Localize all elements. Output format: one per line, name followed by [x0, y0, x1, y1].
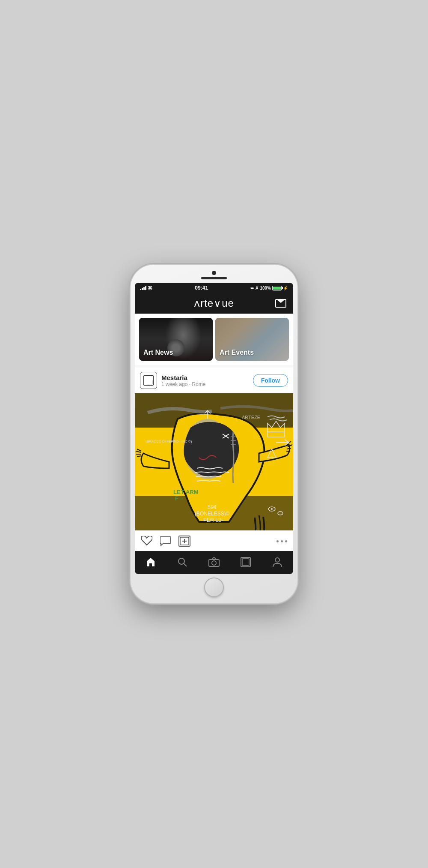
svg-text:F→: F→	[175, 495, 184, 502]
phone-bottom	[204, 574, 224, 597]
svg-text:LE: LE	[173, 489, 181, 495]
follow-button[interactable]: Follow	[253, 374, 288, 387]
svg-text:ARTEZE: ARTEZE	[242, 415, 260, 420]
nav-gallery[interactable]	[235, 554, 256, 570]
bottom-nav	[135, 551, 293, 574]
bar4	[145, 286, 146, 290]
art-events-card[interactable]: Art Events	[215, 318, 289, 361]
signal-bars	[140, 286, 146, 290]
app-title-text: ʌrte∨ue	[194, 297, 234, 309]
bar3	[143, 287, 145, 290]
phone-frame: ⌘ 09:41 ➥ ✗ 100% ⚡ ʌrte∨ue	[131, 265, 297, 603]
art-news-label: Art News	[143, 349, 173, 356]
nav-camera[interactable]	[203, 554, 225, 570]
nav-home[interactable]	[140, 554, 161, 570]
add-frame-icon	[178, 536, 190, 547]
status-right: ➥ ✗ 100% ⚡	[250, 286, 288, 290]
avatar-icon	[143, 375, 154, 386]
location-icon: ➥	[250, 286, 254, 290]
status-left: ⌘	[140, 285, 152, 291]
home-button[interactable]	[204, 578, 224, 597]
post-meta: 1 week ago · Rome	[161, 381, 249, 387]
dot1	[276, 540, 279, 542]
svg-point-26	[275, 558, 279, 562]
heart-icon	[141, 536, 152, 546]
mail-icon[interactable]	[275, 299, 286, 308]
charging-icon: ⚡	[283, 286, 288, 290]
status-bar: ⌘ 09:41 ➥ ✗ 100% ⚡	[135, 283, 293, 293]
nav-search[interactable]	[172, 554, 193, 570]
post-username: Mestaria	[161, 374, 249, 381]
svg-text:(BRACCO DI FERRO · INC ©): (BRACCO DI FERRO · INC ©)	[146, 440, 192, 443]
battery-fill	[273, 287, 281, 290]
art-news-card[interactable]: Art News	[139, 318, 213, 361]
like-button[interactable]	[141, 535, 153, 547]
dot3	[285, 540, 287, 542]
svg-text:PER LB-: PER LB-	[203, 517, 223, 523]
gallery-icon	[241, 557, 251, 567]
content-area[interactable]: Art News Art Events Mestaria 1 week ago	[135, 314, 293, 551]
avatar	[140, 372, 157, 389]
comment-icon	[160, 536, 171, 546]
battery-icon	[272, 286, 282, 290]
bar1	[140, 289, 141, 290]
comment-button[interactable]	[160, 535, 172, 547]
search-icon	[177, 557, 187, 567]
artwork-container: LE T ARM F→ 59¢ (BONELESS)© PER LB-	[135, 393, 293, 530]
phone-camera	[212, 271, 216, 275]
artwork-svg: LE T ARM F→ 59¢ (BONELESS)© PER LB-	[135, 393, 293, 530]
svg-text:T ARM: T ARM	[181, 489, 199, 495]
nav-profile[interactable]	[267, 554, 288, 570]
svg-point-23	[212, 561, 216, 565]
art-events-label: Art Events	[220, 349, 254, 356]
home-icon	[146, 557, 156, 567]
add-frame-button[interactable]	[178, 535, 190, 547]
phone-speaker	[201, 277, 227, 279]
post-info: Mestaria 1 week ago · Rome	[161, 374, 249, 387]
svg-line-21	[184, 563, 187, 566]
post-section: Mestaria 1 week ago · Rome Follow	[135, 368, 293, 551]
post-actions	[135, 530, 293, 551]
more-options-button[interactable]	[276, 540, 287, 542]
dot2	[281, 540, 283, 542]
category-cards: Art News Art Events	[135, 314, 293, 365]
status-time: 09:41	[195, 285, 208, 291]
svg-rect-25	[242, 559, 249, 566]
phone-top-bar	[135, 271, 293, 283]
phone-screen: ⌘ 09:41 ➥ ✗ 100% ⚡ ʌrte∨ue	[135, 283, 293, 574]
svg-text:(BONELESS)©: (BONELESS)©	[195, 511, 230, 517]
battery-percent: 100%	[260, 286, 271, 290]
wifi-icon: ⌘	[148, 285, 152, 291]
bar2	[142, 288, 143, 290]
app-title: ʌrte∨ue	[194, 297, 234, 309]
bluetooth-icon: ✗	[255, 286, 259, 290]
profile-icon	[273, 557, 282, 567]
svg-point-14	[271, 508, 273, 510]
camera-icon	[208, 557, 220, 567]
app-header: ʌrte∨ue	[135, 293, 293, 314]
post-header: Mestaria 1 week ago · Rome Follow	[135, 368, 293, 393]
svg-text:59¢: 59¢	[208, 504, 217, 510]
svg-point-20	[178, 558, 184, 564]
